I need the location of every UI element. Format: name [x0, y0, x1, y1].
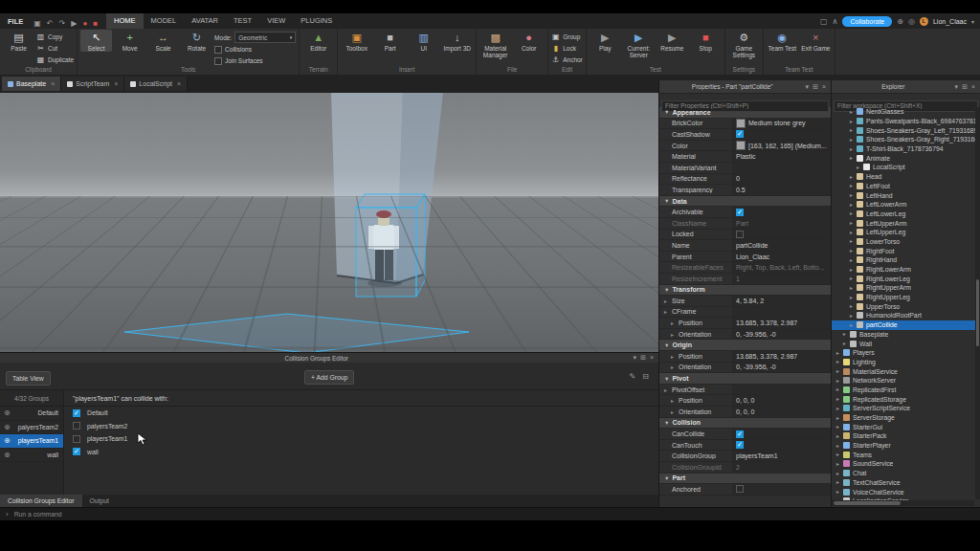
table-view-button[interactable]: Table View — [6, 371, 51, 386]
add-group-button[interactable]: + Add Group — [304, 370, 354, 385]
float-panel-icon[interactable]: ⊞ — [813, 83, 818, 91]
copy-button[interactable]: ▥Copy — [36, 32, 74, 42]
close-icon[interactable]: × — [177, 80, 181, 87]
expand-icon[interactable]: ► — [670, 409, 675, 415]
property-value[interactable]: Plastic — [732, 151, 831, 162]
expand-icon[interactable]: ► — [849, 238, 854, 244]
mode-dropdown[interactable]: Geometric▾ — [234, 32, 296, 43]
import-3d-button[interactable]: ↓Import 3D — [441, 30, 473, 52]
expand-icon[interactable]: ► — [849, 230, 854, 235]
expand-icon[interactable]: ► — [835, 479, 840, 485]
tree-item-chat[interactable]: ►Chat — [832, 469, 980, 478]
tree-item-head[interactable]: ►Head — [832, 172, 980, 182]
close-icon[interactable]: × — [650, 354, 654, 362]
exit-game-button[interactable]: ×Exit Game — [800, 30, 832, 52]
close-icon[interactable]: × — [114, 80, 118, 87]
expand-icon[interactable]: ► — [835, 350, 840, 356]
stop-button[interactable]: ■Stop — [690, 30, 722, 52]
join-surfaces-checkbox[interactable]: Join Surfaces — [214, 55, 296, 66]
tree-item-localscript[interactable]: ►LocalScript — [832, 163, 980, 172]
undo-icon[interactable]: ↶ — [44, 19, 56, 28]
close-icon[interactable]: × — [822, 83, 826, 91]
tree-item-rightupperarm[interactable]: ►RightUpperArm — [832, 283, 980, 293]
part-button[interactable]: ■Part — [374, 30, 406, 52]
expand-icon[interactable]: ► — [849, 220, 854, 226]
property-value[interactable] — [732, 484, 831, 495]
collision-group-palyersteam2[interactable]: ⊕palyersTeam2 — [0, 421, 63, 435]
property-value[interactable]: 0, 0, 0 — [732, 395, 831, 406]
redo-icon[interactable]: ↷ — [56, 19, 69, 28]
expand-icon[interactable]: ► — [835, 368, 840, 374]
rotate-button[interactable]: ↻Rotate — [181, 30, 212, 52]
add-to-group-icon[interactable]: ⊕ — [4, 408, 11, 417]
collapse-ribbon-icon[interactable]: ∧ — [833, 17, 838, 26]
collide-row-default[interactable]: ✓Default — [64, 407, 658, 420]
value-checkbox[interactable]: ✓ — [736, 130, 744, 138]
expand-icon[interactable]: ► — [842, 331, 847, 337]
property-value[interactable] — [732, 163, 831, 173]
stop-icon[interactable]: ■ — [90, 19, 100, 28]
property-value[interactable]: 4, 5.84, 2 — [732, 296, 831, 306]
bottom-tab-output[interactable]: Output — [82, 495, 117, 507]
tree-item-voicechatservice[interactable]: ►VoiceChatService — [832, 487, 980, 496]
editor-button[interactable]: ▲Editor — [302, 30, 334, 52]
user-name[interactable]: Lion_Claac — [933, 18, 967, 25]
tree-item-wall[interactable]: ►Wall — [832, 339, 980, 348]
collision-group-playersteam1[interactable]: ⊕playersTeam1 — [0, 434, 63, 449]
value-checkbox[interactable] — [736, 485, 744, 493]
team-test-button[interactable]: ◉Team Test — [767, 30, 798, 52]
tree-item-networkserver[interactable]: ►NetworkServer — [832, 376, 980, 386]
expand-icon[interactable]: ► — [849, 313, 854, 319]
property-value[interactable] — [732, 230, 831, 240]
property-section-data[interactable]: ▼Data — [659, 196, 831, 208]
tree-item-rightlowerarm[interactable]: ►RightLowerArm — [832, 265, 980, 275]
tree-item-leftfoot[interactable]: ►LeftFoot — [832, 182, 980, 191]
collide-row-playersteam1[interactable]: playersTeam1 — [64, 432, 658, 446]
expand-icon[interactable]: ► — [849, 202, 854, 208]
value-checkbox[interactable]: ✓ — [736, 430, 744, 438]
value-checkbox[interactable]: ✓ — [736, 441, 744, 449]
chevron-down-icon[interactable]: ▾ — [806, 83, 810, 91]
value-checkbox[interactable]: ✓ — [736, 209, 744, 216]
current-server-button[interactable]: ▶Current: Server — [623, 30, 655, 58]
share-icon[interactable]: ⊕ — [897, 17, 903, 26]
rename-group-icon[interactable]: ✎ — [630, 372, 636, 381]
property-value[interactable]: partCollide — [732, 240, 831, 251]
add-to-group-icon[interactable]: ⊕ — [4, 451, 11, 459]
expand-icon[interactable]: ► — [835, 406, 840, 411]
bottom-tab-collision-groups-editor[interactable]: Collision Groups Editor — [0, 495, 82, 507]
doc-tab-scriptteam[interactable]: ScriptTeam× — [61, 77, 124, 91]
chevron-down-icon[interactable]: ▾ — [955, 83, 959, 91]
tree-item-uppertorso[interactable]: ►UpperTorso — [832, 301, 980, 311]
expand-icon[interactable]: ► — [849, 285, 854, 291]
expand-icon[interactable]: ► — [835, 378, 840, 384]
expand-icon[interactable]: ► — [849, 183, 854, 188]
expand-icon[interactable]: ► — [849, 109, 854, 115]
tree-item-replicatedfirst[interactable]: ►ReplicatedFirst — [832, 386, 980, 395]
notifications-icon[interactable]: ◎ — [908, 17, 915, 26]
expand-icon[interactable]: ► — [670, 364, 675, 370]
tree-item-leftlowerleg[interactable]: ►LeftLowerLeg — [832, 209, 980, 219]
expand-icon[interactable]: ► — [835, 443, 840, 449]
expand-icon[interactable]: ► — [849, 174, 854, 180]
tree-item-replicatedstorage[interactable]: ►ReplicatedStorage — [832, 394, 980, 404]
tree-item-starterpack[interactable]: ►StarterPack — [832, 431, 980, 441]
user-chevron-icon[interactable]: ▾ — [971, 18, 974, 25]
doc-tab-baseplate[interactable]: Baseplate× — [2, 77, 61, 91]
chevron-down-icon[interactable]: ▾ — [634, 354, 637, 362]
menu-tab-view[interactable]: VIEW — [259, 13, 293, 29]
device-emulation-icon[interactable]: ▢ — [820, 17, 828, 26]
tree-item-starterplayer[interactable]: ►StarterPlayer — [832, 441, 980, 451]
tree-item-lowertorso[interactable]: ►LowerTorso — [832, 237, 980, 247]
expand-icon[interactable]: ► — [849, 248, 854, 253]
expand-icon[interactable]: ► — [670, 354, 675, 360]
play-icon[interactable]: ▶ — [68, 19, 79, 28]
expand-icon[interactable]: ► — [835, 433, 840, 439]
collision-group-default[interactable]: ⊕Default — [0, 407, 63, 421]
property-value[interactable]: 13.685, 3.378, 2.987 — [732, 318, 831, 328]
property-value[interactable]: 0, -39.956, -0 — [732, 363, 831, 373]
property-value[interactable]: playersTeam1 — [732, 451, 831, 461]
property-value[interactable]: Right, Top, Back, Left, Botto... — [732, 262, 831, 273]
property-value[interactable] — [732, 385, 831, 395]
save-icon[interactable]: ▣ — [31, 19, 44, 28]
